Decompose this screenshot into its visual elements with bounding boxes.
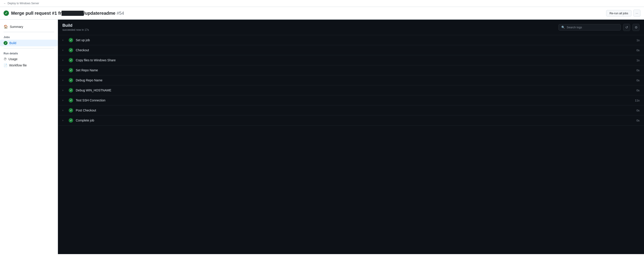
chevron-right-icon: › (62, 109, 66, 112)
step-left: › Set Repo Name (62, 68, 98, 72)
usage-label: Usage (8, 57, 18, 61)
step-status-icon (69, 48, 73, 52)
search-icon: 🔍 (561, 26, 565, 29)
step-duration: 0s (631, 48, 640, 52)
step-duration: 0s (631, 119, 640, 122)
chevron-right-icon: › (62, 38, 66, 42)
run-status-icon (4, 10, 9, 16)
build-header: Build succeeded now in 17s 🔍 ↺ ⚙ (58, 20, 644, 35)
back-link[interactable]: Deploy to Windows Server (8, 2, 39, 5)
step-row[interactable]: › Set Repo Name 0s (58, 65, 644, 75)
step-row[interactable]: › Set up job 1s (58, 35, 644, 45)
step-row[interactable]: › Complete job 0s (58, 116, 644, 126)
step-duration: 0s (631, 89, 640, 92)
sidebar-item-summary[interactable]: 🏠 Summary (0, 23, 58, 30)
step-row[interactable]: › Post Checkout 0s (58, 106, 644, 116)
build-status-text: succeeded now in 17s (62, 28, 89, 32)
chevron-right-icon: › (62, 58, 66, 62)
step-duration: 0s (631, 69, 640, 72)
step-status-icon (69, 88, 73, 92)
step-status-icon (69, 108, 73, 112)
sidebar-divider-1 (4, 32, 54, 32)
search-logs-container: 🔍 (558, 24, 621, 30)
step-row[interactable]: › Debug Repo Name 0s (58, 75, 644, 85)
refresh-button[interactable]: ↺ (623, 24, 630, 31)
steps-list: › Set up job 1s › Checkout 0s › Copy fil… (58, 35, 644, 254)
summary-label: Summary (10, 25, 23, 28)
chevron-right-icon: › (62, 89, 66, 92)
file-icon: 📄 (4, 64, 7, 67)
build-status-icon (4, 41, 8, 45)
step-name: Debug Repo Name (76, 78, 102, 82)
step-status-icon (69, 118, 73, 122)
settings-button[interactable]: ⚙ (632, 24, 640, 31)
step-left: › Copy files to Windows Share (62, 58, 116, 62)
redacted-branch (62, 11, 84, 16)
chevron-right-icon: › (62, 79, 66, 82)
step-left: › Test SSH Connection (62, 98, 106, 102)
chevron-right-icon: › (62, 48, 66, 52)
sidebar-item-workflow-file[interactable]: 📄 Workflow file (0, 62, 58, 68)
step-duration: 0s (631, 79, 640, 82)
step-status-icon (69, 58, 73, 62)
back-arrow-icon: ← (4, 2, 6, 5)
build-title: Build (62, 23, 89, 28)
sidebar-item-usage[interactable]: ⏱ Usage (0, 56, 58, 62)
header-actions: Re-run all jobs ··· (606, 10, 640, 17)
step-duration: 0s (631, 109, 640, 112)
step-status-icon (69, 98, 73, 102)
step-duration: 1s (631, 58, 640, 62)
sidebar-item-build[interactable]: Build (0, 40, 58, 46)
step-duration: 11s (631, 99, 640, 102)
step-name: Test SSH Connection (76, 98, 106, 102)
search-logs-input[interactable] (567, 26, 618, 29)
step-left: › Debug Repo Name (62, 78, 102, 82)
step-left: › Set up job (62, 38, 90, 42)
chevron-right-icon: › (62, 69, 66, 72)
main-layout: 🏠 Summary Jobs Build Run details ⏱ Usage… (0, 20, 644, 254)
chevron-right-icon: › (62, 99, 66, 102)
chevron-right-icon: › (62, 119, 66, 122)
step-left: › Complete job (62, 118, 94, 122)
build-info: Build succeeded now in 17s (62, 23, 89, 32)
run-number: #54 (116, 11, 124, 16)
step-status-icon (69, 38, 73, 42)
home-icon: 🏠 (4, 24, 8, 29)
step-name: Set Repo Name (76, 68, 98, 72)
step-status-icon (69, 68, 73, 72)
sidebar: 🏠 Summary Jobs Build Run details ⏱ Usage… (0, 20, 58, 254)
step-row[interactable]: › Debug WIN_HOSTNAME 0s (58, 85, 644, 96)
step-left: › Post Checkout (62, 108, 96, 112)
step-name: Set up job (76, 38, 90, 42)
step-status-icon (69, 78, 73, 82)
jobs-section-label: Jobs (0, 34, 58, 40)
step-name: Complete job (76, 118, 94, 122)
step-left: › Debug WIN_HOSTNAME (62, 88, 111, 92)
build-actions: 🔍 ↺ ⚙ (558, 24, 640, 31)
page-header: Merge pull request #1 fr /updatereadme #… (0, 7, 644, 20)
step-left: › Checkout (62, 48, 89, 52)
step-duration: 1s (631, 38, 640, 42)
workflow-file-label: Workflow file (9, 64, 27, 67)
page-title-row: Merge pull request #1 fr /updatereadme #… (4, 10, 124, 16)
rerun-all-jobs-button[interactable]: Re-run all jobs (606, 10, 632, 16)
step-name: Checkout (76, 48, 89, 52)
step-name: Debug WIN_HOSTNAME (76, 88, 111, 92)
step-row[interactable]: › Checkout 0s (58, 45, 644, 55)
step-name: Post Checkout (76, 108, 96, 112)
clock-icon: ⏱ (4, 57, 7, 61)
breadcrumb: ← Deploy to Windows Server (0, 0, 644, 7)
step-row[interactable]: › Test SSH Connection 11s (58, 96, 644, 106)
step-row[interactable]: › Copy files to Windows Share 1s (58, 55, 644, 65)
more-options-button[interactable]: ··· (633, 10, 640, 17)
run-details-label: Run details (0, 50, 58, 56)
build-label: Build (9, 41, 16, 45)
step-name: Copy files to Windows Share (76, 58, 116, 62)
main-content: Build succeeded now in 17s 🔍 ↺ ⚙ › Set u… (58, 20, 644, 254)
page-title: Merge pull request #1 fr /updatereadme #… (11, 11, 124, 16)
